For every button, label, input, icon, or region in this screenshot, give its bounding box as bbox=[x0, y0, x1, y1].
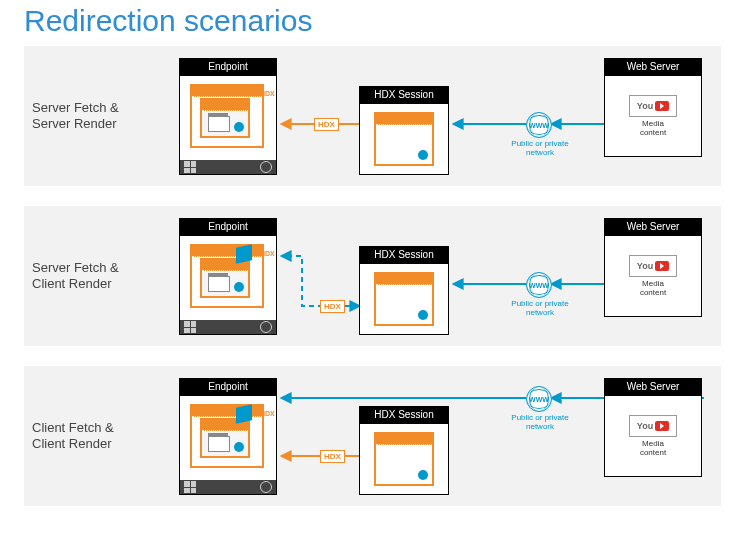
globe-icon: WWW bbox=[526, 386, 552, 412]
scenario-label-line: Server Fetch & bbox=[32, 100, 119, 115]
media-window bbox=[200, 258, 250, 298]
node-header: Web Server bbox=[604, 378, 702, 395]
apps-icon bbox=[184, 481, 196, 493]
webserver-node: Web Server You Mediacontent bbox=[604, 58, 702, 157]
media-caption: Mediacontent bbox=[640, 440, 666, 458]
hdx-badge: HDX bbox=[314, 118, 339, 131]
youtube-logo: You bbox=[629, 255, 677, 277]
media-caption: Mediacontent bbox=[640, 120, 666, 138]
node-header: Endpoint bbox=[179, 378, 277, 395]
scenario-label: Client Fetch & Client Render bbox=[32, 420, 114, 453]
overlay-icon bbox=[236, 244, 252, 263]
page-title: Redirection scenarios bbox=[0, 0, 745, 46]
node-header: Endpoint bbox=[179, 58, 277, 75]
scenario-label-line: Server Fetch & bbox=[32, 260, 119, 275]
hdx-caption: HDX bbox=[260, 410, 275, 417]
globe-label: WWW bbox=[529, 396, 549, 403]
browser-icon bbox=[208, 436, 230, 452]
play-icon bbox=[418, 470, 428, 480]
endpoint-node: Endpoint HDX bbox=[179, 378, 277, 495]
hdx-badge: HDX bbox=[320, 450, 345, 463]
globe-icon: WWW bbox=[526, 112, 552, 138]
play-icon bbox=[234, 442, 244, 452]
network-label: Public or privatenetwork bbox=[504, 140, 576, 158]
node-header: HDX Session bbox=[359, 406, 449, 423]
session-window bbox=[374, 112, 434, 166]
play-icon bbox=[418, 150, 428, 160]
globe-label: WWW bbox=[529, 122, 549, 129]
hdx-badge: HDX bbox=[320, 300, 345, 313]
hdx-session-node: HDX Session bbox=[359, 86, 449, 175]
hdx-caption: HDX bbox=[260, 90, 275, 97]
taskbar bbox=[180, 320, 276, 334]
apps-icon bbox=[184, 161, 196, 173]
scenario-label: Server Fetch & Client Render bbox=[32, 260, 119, 293]
media-window bbox=[200, 98, 250, 138]
webserver-node: Web Server You Mediacontent bbox=[604, 218, 702, 317]
node-header: HDX Session bbox=[359, 86, 449, 103]
session-window bbox=[374, 432, 434, 486]
scenario-label-line: Client Fetch & bbox=[32, 420, 114, 435]
scenario-label-line: Client Render bbox=[32, 436, 112, 451]
browser-icon bbox=[208, 276, 230, 292]
node-header: Web Server bbox=[604, 218, 702, 235]
hdx-session-node: HDX Session bbox=[359, 406, 449, 495]
endpoint-node: Endpoint HDX bbox=[179, 218, 277, 335]
media-window bbox=[200, 418, 250, 458]
network-label: Public or privatenetwork bbox=[504, 414, 576, 432]
network-label: Public or privatenetwork bbox=[504, 300, 576, 318]
scenario-client-fetch-client-render: Client Fetch & Client Render HDX WWW Pub… bbox=[24, 366, 721, 506]
scenario-server-fetch-server-render: Server Fetch & Server Render HDX WWW Pub… bbox=[24, 46, 721, 186]
taskbar bbox=[180, 480, 276, 494]
ring-icon bbox=[260, 161, 272, 173]
hdx-session-node: HDX Session bbox=[359, 246, 449, 335]
overlay-icon bbox=[236, 404, 252, 423]
play-icon bbox=[418, 310, 428, 320]
globe-icon: WWW bbox=[526, 272, 552, 298]
play-icon bbox=[234, 282, 244, 292]
youtube-logo: You bbox=[629, 95, 677, 117]
youtube-logo: You bbox=[629, 415, 677, 437]
ring-icon bbox=[260, 481, 272, 493]
scenario-server-fetch-client-render: Server Fetch & Client Render HDX WWW Pub… bbox=[24, 206, 721, 346]
apps-icon bbox=[184, 321, 196, 333]
globe-label: WWW bbox=[529, 282, 549, 289]
scenario-label: Server Fetch & Server Render bbox=[32, 100, 119, 133]
play-icon bbox=[234, 122, 244, 132]
webserver-node: Web Server You Mediacontent bbox=[604, 378, 702, 477]
media-caption: Mediacontent bbox=[640, 280, 666, 298]
node-header: Web Server bbox=[604, 58, 702, 75]
ring-icon bbox=[260, 321, 272, 333]
browser-icon bbox=[208, 116, 230, 132]
scenario-label-line: Server Render bbox=[32, 116, 117, 131]
node-header: HDX Session bbox=[359, 246, 449, 263]
hdx-caption: HDX bbox=[260, 250, 275, 257]
scenario-label-line: Client Render bbox=[32, 276, 112, 291]
node-header: Endpoint bbox=[179, 218, 277, 235]
session-window bbox=[374, 272, 434, 326]
taskbar bbox=[180, 160, 276, 174]
endpoint-node: Endpoint HDX bbox=[179, 58, 277, 175]
